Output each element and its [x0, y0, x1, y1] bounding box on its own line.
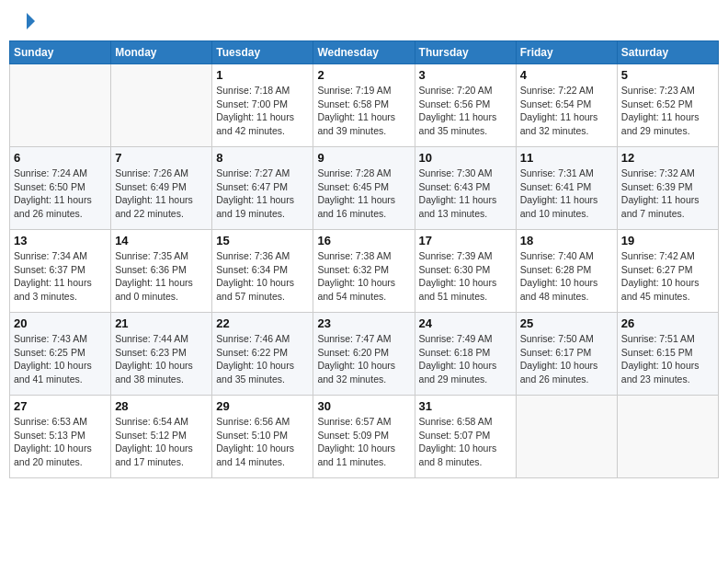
day-detail: Sunrise: 6:58 AMSunset: 5:07 PMDaylight:… — [419, 415, 512, 469]
calendar-cell: 24Sunrise: 7:49 AMSunset: 6:18 PMDayligh… — [415, 313, 516, 396]
day-number: 6 — [14, 151, 107, 165]
calendar-cell: 1Sunrise: 7:18 AMSunset: 7:00 PMDaylight… — [212, 64, 313, 147]
calendar-cell: 20Sunrise: 7:43 AMSunset: 6:25 PMDayligh… — [10, 313, 111, 396]
day-detail: Sunrise: 7:34 AMSunset: 6:37 PMDaylight:… — [14, 249, 107, 304]
calendar-cell: 3Sunrise: 7:20 AMSunset: 6:56 PMDaylight… — [415, 64, 516, 147]
day-number: 24 — [419, 316, 512, 330]
day-detail: Sunrise: 7:23 AMSunset: 6:52 PMDaylight:… — [621, 84, 714, 138]
day-detail: Sunrise: 7:27 AMSunset: 6:47 PMDaylight:… — [216, 167, 309, 221]
day-number: 9 — [317, 151, 410, 165]
calendar-cell: 27Sunrise: 6:53 AMSunset: 5:13 PMDayligh… — [10, 396, 111, 478]
logo — [17, 13, 35, 29]
calendar-week-row: 6Sunrise: 7:24 AMSunset: 6:50 PMDaylight… — [10, 147, 719, 230]
page-header — [9, 9, 719, 33]
calendar-cell: 10Sunrise: 7:30 AMSunset: 6:43 PMDayligh… — [415, 147, 516, 230]
calendar-cell: 12Sunrise: 7:32 AMSunset: 6:39 PMDayligh… — [617, 147, 718, 230]
day-detail: Sunrise: 7:22 AMSunset: 6:54 PMDaylight:… — [520, 84, 613, 138]
day-detail: Sunrise: 7:50 AMSunset: 6:17 PMDaylight:… — [520, 332, 613, 386]
day-detail: Sunrise: 6:56 AMSunset: 5:10 PMDaylight:… — [216, 415, 309, 469]
day-number: 29 — [216, 399, 309, 413]
day-number: 25 — [520, 316, 613, 330]
day-number: 5 — [621, 68, 714, 82]
day-detail: Sunrise: 7:35 AMSunset: 6:36 PMDaylight:… — [115, 249, 208, 304]
day-detail: Sunrise: 7:43 AMSunset: 6:25 PMDaylight:… — [14, 332, 107, 386]
day-detail: Sunrise: 7:31 AMSunset: 6:41 PMDaylight:… — [520, 167, 613, 221]
calendar-cell: 21Sunrise: 7:44 AMSunset: 6:23 PMDayligh… — [111, 313, 212, 396]
calendar-cell: 30Sunrise: 6:57 AMSunset: 5:09 PMDayligh… — [313, 396, 415, 478]
day-number: 18 — [520, 234, 613, 247]
day-number: 13 — [14, 234, 107, 247]
calendar-cell: 6Sunrise: 7:24 AMSunset: 6:50 PMDaylight… — [10, 147, 111, 230]
day-detail: Sunrise: 7:46 AMSunset: 6:22 PMDaylight:… — [216, 332, 309, 386]
calendar-cell: 15Sunrise: 7:36 AMSunset: 6:34 PMDayligh… — [212, 230, 313, 313]
weekday-header: Wednesday — [313, 41, 415, 64]
calendar-week-row: 1Sunrise: 7:18 AMSunset: 7:00 PMDaylight… — [10, 64, 719, 147]
weekday-header: Friday — [516, 41, 617, 64]
calendar-cell: 4Sunrise: 7:22 AMSunset: 6:54 PMDaylight… — [516, 64, 617, 147]
calendar-week-row: 13Sunrise: 7:34 AMSunset: 6:37 PMDayligh… — [10, 230, 719, 313]
day-number: 20 — [14, 316, 107, 330]
day-detail: Sunrise: 7:39 AMSunset: 6:30 PMDaylight:… — [419, 249, 512, 304]
day-number: 26 — [621, 316, 714, 330]
calendar-cell: 16Sunrise: 7:38 AMSunset: 6:32 PMDayligh… — [313, 230, 415, 313]
calendar-table: SundayMondayTuesdayWednesdayThursdayFrid… — [9, 40, 719, 478]
day-detail: Sunrise: 7:30 AMSunset: 6:43 PMDaylight:… — [419, 167, 512, 221]
calendar-cell: 29Sunrise: 6:56 AMSunset: 5:10 PMDayligh… — [212, 396, 313, 478]
logo-icon — [18, 13, 35, 29]
calendar-cell: 8Sunrise: 7:27 AMSunset: 6:47 PMDaylight… — [212, 147, 313, 230]
day-number: 22 — [216, 316, 309, 330]
day-number: 15 — [216, 234, 309, 247]
day-number: 8 — [216, 151, 309, 165]
calendar-cell: 5Sunrise: 7:23 AMSunset: 6:52 PMDaylight… — [617, 64, 718, 147]
day-detail: Sunrise: 7:19 AMSunset: 6:58 PMDaylight:… — [317, 84, 410, 138]
day-detail: Sunrise: 7:44 AMSunset: 6:23 PMDaylight:… — [115, 332, 208, 386]
day-number: 19 — [621, 234, 714, 247]
day-detail: Sunrise: 6:53 AMSunset: 5:13 PMDaylight:… — [14, 415, 107, 469]
day-detail: Sunrise: 7:28 AMSunset: 6:45 PMDaylight:… — [317, 167, 410, 221]
day-number: 30 — [317, 399, 410, 413]
calendar-cell: 7Sunrise: 7:26 AMSunset: 6:49 PMDaylight… — [111, 147, 212, 230]
day-number: 21 — [115, 316, 208, 330]
calendar-cell: 28Sunrise: 6:54 AMSunset: 5:12 PMDayligh… — [111, 396, 212, 478]
day-number: 27 — [14, 399, 107, 413]
calendar-cell — [111, 64, 212, 147]
day-detail: Sunrise: 6:57 AMSunset: 5:09 PMDaylight:… — [317, 415, 410, 469]
calendar-cell: 9Sunrise: 7:28 AMSunset: 6:45 PMDaylight… — [313, 147, 415, 230]
calendar-cell: 18Sunrise: 7:40 AMSunset: 6:28 PMDayligh… — [516, 230, 617, 313]
day-detail: Sunrise: 7:32 AMSunset: 6:39 PMDaylight:… — [621, 167, 714, 221]
calendar-cell: 14Sunrise: 7:35 AMSunset: 6:36 PMDayligh… — [111, 230, 212, 313]
day-number: 10 — [419, 151, 512, 165]
day-detail: Sunrise: 7:51 AMSunset: 6:15 PMDaylight:… — [621, 332, 714, 386]
calendar-cell: 31Sunrise: 6:58 AMSunset: 5:07 PMDayligh… — [415, 396, 516, 478]
day-number: 7 — [115, 151, 208, 165]
day-number: 1 — [216, 68, 309, 82]
weekday-header: Tuesday — [212, 41, 313, 64]
day-detail: Sunrise: 7:20 AMSunset: 6:56 PMDaylight:… — [419, 84, 512, 138]
calendar-cell: 17Sunrise: 7:39 AMSunset: 6:30 PMDayligh… — [415, 230, 516, 313]
day-detail: Sunrise: 7:18 AMSunset: 7:00 PMDaylight:… — [216, 84, 309, 138]
day-number: 16 — [317, 234, 410, 247]
calendar-cell: 13Sunrise: 7:34 AMSunset: 6:37 PMDayligh… — [10, 230, 111, 313]
calendar-cell — [516, 396, 617, 478]
calendar-cell: 11Sunrise: 7:31 AMSunset: 6:41 PMDayligh… — [516, 147, 617, 230]
weekday-header: Saturday — [617, 41, 718, 64]
day-detail: Sunrise: 7:49 AMSunset: 6:18 PMDaylight:… — [419, 332, 512, 386]
calendar-cell: 2Sunrise: 7:19 AMSunset: 6:58 PMDaylight… — [313, 64, 415, 147]
day-number: 28 — [115, 399, 208, 413]
day-number: 3 — [419, 68, 512, 82]
calendar-cell: 19Sunrise: 7:42 AMSunset: 6:27 PMDayligh… — [617, 230, 718, 313]
day-number: 2 — [317, 68, 410, 82]
day-detail: Sunrise: 7:36 AMSunset: 6:34 PMDaylight:… — [216, 249, 309, 304]
weekday-header: Monday — [111, 41, 212, 64]
calendar-cell: 25Sunrise: 7:50 AMSunset: 6:17 PMDayligh… — [516, 313, 617, 396]
day-detail: Sunrise: 7:38 AMSunset: 6:32 PMDaylight:… — [317, 249, 410, 304]
calendar-cell — [617, 396, 718, 478]
day-detail: Sunrise: 7:42 AMSunset: 6:27 PMDaylight:… — [621, 249, 714, 304]
day-number: 4 — [520, 68, 613, 82]
calendar-cell: 23Sunrise: 7:47 AMSunset: 6:20 PMDayligh… — [313, 313, 415, 396]
calendar-cell: 22Sunrise: 7:46 AMSunset: 6:22 PMDayligh… — [212, 313, 313, 396]
calendar-week-row: 20Sunrise: 7:43 AMSunset: 6:25 PMDayligh… — [10, 313, 719, 396]
day-detail: Sunrise: 7:40 AMSunset: 6:28 PMDaylight:… — [520, 249, 613, 304]
calendar-cell — [10, 64, 111, 147]
day-detail: Sunrise: 7:24 AMSunset: 6:50 PMDaylight:… — [14, 167, 107, 221]
